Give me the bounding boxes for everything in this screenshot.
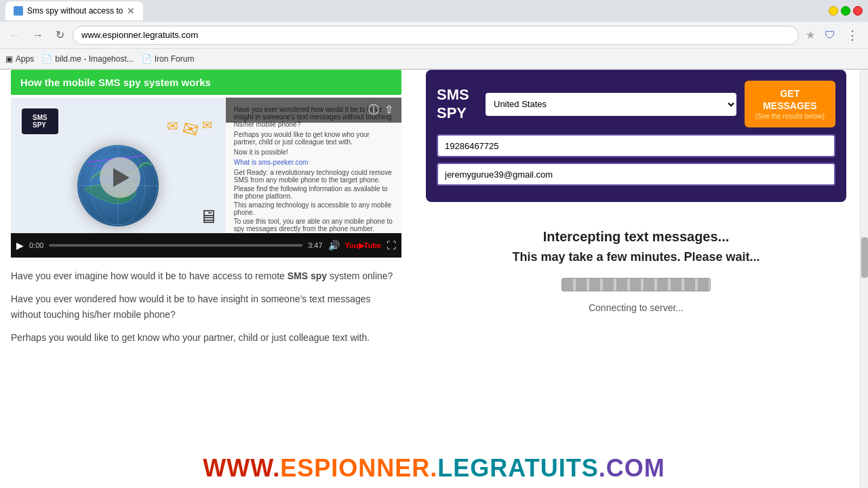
get-messages-button[interactable]: GETMESSAGES (See the results below) (745, 81, 835, 127)
volume-button[interactable]: 🔊 (328, 240, 340, 251)
video-text-line-3: Now it is possible! (234, 148, 393, 156)
bookmarks-bar: ▣ Apps 📄 bild.me - Imagehost... 📄 Iron F… (0, 49, 868, 69)
phone-input[interactable] (437, 134, 835, 157)
page-content: How the mobile SMS spy system works How … (0, 70, 868, 488)
intercepting-subtitle: This may take a few minutes. Please wait… (439, 250, 833, 264)
navigation-bar: ← → ↻ ★ 🛡 ⋮ (0, 22, 868, 49)
maximize-button[interactable] (841, 6, 850, 16)
progress-bar-main (561, 278, 711, 291)
forward-button[interactable]: → (28, 26, 47, 44)
apps-label: Apps (16, 54, 34, 64)
video-text-line-4: What is sms-peeker.com (234, 159, 393, 166)
reload-button[interactable]: ↻ (52, 26, 68, 44)
close-window-button[interactable] (853, 6, 863, 16)
title-bar: Sms spy without access to ✕ (0, 0, 868, 22)
para3-text: Perhaps you would like to get know who y… (11, 332, 370, 343)
sms-label-line1: SMS (437, 86, 477, 104)
browser-tab[interactable]: Sms spy without access to ✕ (5, 1, 143, 20)
minimize-button[interactable] (829, 6, 838, 16)
para1-after: system online? (327, 270, 393, 281)
right-panel: SMS SPY United States United Kingdom Can… (412, 70, 860, 488)
tab-close-button[interactable]: ✕ (127, 5, 135, 16)
envelope-icons: ✉ ✉ ✉ (167, 118, 212, 140)
back-button[interactable]: ← (5, 26, 24, 44)
tab-title: Sms spy without access to (27, 6, 123, 16)
apps-grid-icon: ▣ (5, 54, 13, 64)
browser-menu-icon[interactable]: ⋮ (842, 25, 863, 45)
progress-container (561, 278, 711, 291)
connecting-text: Connecting to server... (439, 302, 833, 313)
get-messages-label: GETMESSAGES (755, 87, 825, 112)
video-container[interactable]: How to spy SMS without access to target … (11, 98, 401, 258)
sms-spy-badge: SMS SPY (22, 108, 58, 134)
fullscreen-button[interactable]: ⛶ (387, 240, 396, 251)
email-input[interactable] (437, 163, 835, 186)
content-paragraph-2: Have you ever wondered how would it be t… (11, 291, 401, 322)
wm-www: WWW. (203, 454, 280, 483)
share-icon[interactable]: ⇧ (384, 103, 393, 116)
youtube-logo: You▶Tube (345, 241, 381, 250)
wm-espionner: ESPIONNER. (280, 454, 412, 483)
video-title-text: How the mobile SMS spy system works (20, 77, 211, 88)
time-current: 0:00 (29, 241, 43, 249)
content-paragraph-1: Have you ever imagine how would it be to… (11, 268, 401, 283)
play-pause-button[interactable]: ▶ (16, 240, 24, 251)
content-paragraph-3: Perhaps you would like to get know who y… (11, 330, 401, 345)
sms-label-line2: SPY (437, 104, 477, 122)
bookmark-page-icon: 📄 (42, 54, 52, 64)
intercepting-section: Intercepting text messages... This may t… (426, 216, 846, 327)
video-controls: ▶ 0:00 3:47 🔊 You▶Tube ⛶ (11, 233, 401, 258)
video-text-line-8: To use this tool, you are able on any mo… (234, 218, 393, 232)
country-select[interactable]: United States United Kingdom Canada (486, 93, 736, 116)
play-button-overlay[interactable] (100, 157, 140, 198)
envelope-icon-3: ✉ (202, 118, 212, 140)
bookmark-bild-label: bild.me - Imagehost... (55, 54, 133, 64)
scrollbar[interactable] (860, 70, 868, 488)
sms-spy-form: SMS SPY United States United Kingdom Can… (426, 70, 846, 202)
monitor-icon: 🖥 (199, 205, 218, 228)
bookmark-bild[interactable]: 📄 bild.me - Imagehost... (42, 54, 133, 64)
video-text-line-5: Get Ready: a revolutionary technology co… (234, 169, 393, 184)
video-title-bar: How the mobile SMS spy system works (11, 70, 401, 95)
info-icon[interactable]: ⓘ (368, 103, 379, 117)
bookmark-page-icon-2: 📄 (142, 54, 152, 64)
bookmark-iron-forum-label: Iron Forum (155, 54, 195, 64)
tab-favicon (14, 6, 23, 16)
browser-chrome: Sms spy without access to ✕ ← → ↻ ★ 🛡 ⋮ … (0, 0, 868, 70)
para2-text: Have you ever wondered how would it be t… (11, 293, 371, 319)
envelope-icon-2: ✉ (180, 117, 201, 142)
sms-text: SMS (33, 114, 47, 121)
play-button[interactable] (100, 157, 140, 198)
left-panel: How the mobile SMS spy system works How … (0, 70, 412, 488)
bookmark-iron-forum[interactable]: 📄 Iron Forum (142, 54, 195, 64)
para1-text: Have you ever imagine how would it be to… (11, 270, 288, 281)
security-shield-icon[interactable]: 🛡 (822, 26, 838, 44)
video-text-line-2: Perhaps you would like to get know who y… (234, 131, 393, 146)
intercepting-title: Intercepting text messages... (439, 229, 833, 245)
sms-spy-bold: SMS spy (288, 270, 327, 281)
sms-spy-form-label: SMS SPY (437, 86, 477, 122)
window-controls (829, 6, 863, 16)
watermark: WWW. ESPIONNER. LEGRATUITS .COM (0, 448, 412, 488)
envelope-icon-1: ✉ (167, 118, 178, 140)
video-text-line-7: This amazing technology is accessible to… (234, 201, 393, 216)
get-messages-sub: (See the results below) (755, 112, 825, 121)
video-progress-bar[interactable] (49, 244, 302, 247)
address-bar[interactable] (73, 26, 799, 45)
form-top-row: SMS SPY United States United Kingdom Can… (437, 81, 835, 127)
play-triangle-icon (113, 168, 130, 187)
video-text-line-6: Please find the following information as… (234, 185, 393, 200)
apps-bookmark[interactable]: ▣ Apps (5, 54, 34, 64)
spy-text: SPY (33, 121, 47, 129)
scrollbar-thumb[interactable] (861, 237, 868, 278)
bookmark-star-icon[interactable]: ★ (803, 26, 818, 44)
time-duration: 3:47 (308, 241, 322, 249)
